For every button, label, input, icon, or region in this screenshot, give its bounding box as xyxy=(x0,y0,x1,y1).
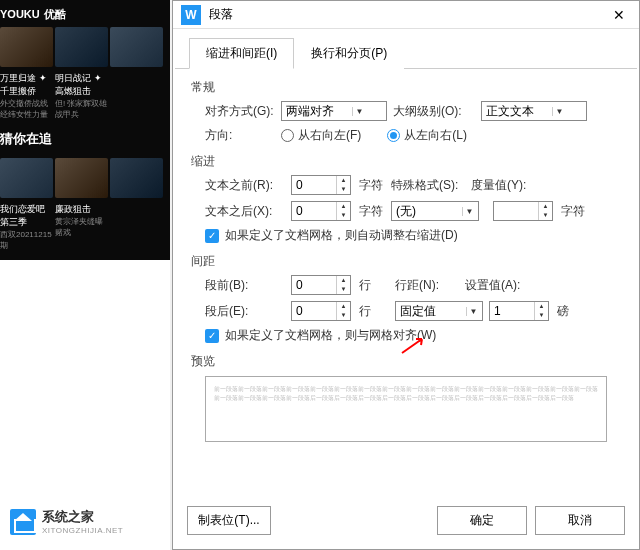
space-before-label: 段前(B): xyxy=(205,277,285,294)
spin-down-icon: ▼ xyxy=(337,185,350,194)
linespacing-combo[interactable]: ▼ xyxy=(395,301,483,321)
chevron-down-icon: ▼ xyxy=(462,207,476,216)
dialog-footer: 制表位(T)... 确定 取消 xyxy=(173,496,639,549)
video-thumb[interactable] xyxy=(55,27,108,67)
spin-up-icon: ▲ xyxy=(535,302,548,311)
group-general: 常规 xyxy=(191,73,621,98)
video-title[interactable]: 万里归途 ✦ 千里搬侨外交撤侨战线经纬女性力量 xyxy=(0,72,53,120)
measure-label: 度量值(Y): xyxy=(471,177,531,194)
app-icon: W xyxy=(181,5,201,25)
indent-before-label: 文本之前(R): xyxy=(205,177,285,194)
tab-strip: 缩进和间距(I) 换行和分页(P) xyxy=(175,29,637,69)
group-preview: 预览 xyxy=(191,347,621,372)
tabs-button[interactable]: 制表位(T)... xyxy=(187,506,271,535)
auto-indent-checkbox[interactable]: ✓ xyxy=(205,229,219,243)
indent-after-label: 文本之后(X): xyxy=(205,203,285,220)
unit-line: 行 xyxy=(357,303,373,320)
preview-text: 前一段落前一段落前一段落前一段落前一段落前一段落前一段落前一段落前一段落前一段落… xyxy=(214,385,598,403)
paragraph-dialog: W 段落 ✕ 缩进和间距(I) 换行和分页(P) 常规 对齐方式(G): ▼ 大… xyxy=(172,0,640,550)
unit-char: 字符 xyxy=(357,177,385,194)
tab-line-page-break[interactable]: 换行和分页(P) xyxy=(294,38,404,69)
video-thumb[interactable] xyxy=(110,158,163,198)
special-format-label: 特殊格式(S): xyxy=(391,177,465,194)
space-after-label: 段后(E): xyxy=(205,303,285,320)
special-format-combo[interactable]: ▼ xyxy=(391,201,479,221)
house-icon xyxy=(10,509,36,535)
titlebar: W 段落 ✕ xyxy=(173,1,639,29)
snap-grid-label: 如果定义了文档网格，则与网格对齐(W) xyxy=(225,327,436,344)
ok-button[interactable]: 确定 xyxy=(437,506,527,535)
video-thumb[interactable] xyxy=(0,158,53,198)
spin-down-icon: ▼ xyxy=(337,211,350,220)
chevron-down-icon: ▼ xyxy=(466,307,480,316)
spin-down-icon: ▼ xyxy=(539,211,552,220)
direction-ltr-radio[interactable]: 从左向右(L) xyxy=(387,127,467,144)
spin-down-icon: ▼ xyxy=(337,311,350,320)
indent-before-spinner[interactable]: ▲▼ xyxy=(291,175,351,195)
outline-level-label: 大纲级别(O): xyxy=(393,103,475,120)
video-title[interactable]: 我们恋爱吧 第三季西双20211215期 xyxy=(0,203,53,251)
unit-line: 行 xyxy=(357,277,373,294)
space-after-spinner[interactable]: ▲▼ xyxy=(291,301,351,321)
group-indent: 缩进 xyxy=(191,147,621,172)
close-button[interactable]: ✕ xyxy=(599,1,639,29)
spin-up-icon: ▲ xyxy=(337,176,350,185)
video-title[interactable]: 廉政狙击黄宗泽夹缝曝赌戏 xyxy=(55,203,108,251)
spin-up-icon: ▲ xyxy=(337,276,350,285)
video-title[interactable]: 明日战记 ✦ 高燃狙击但! 张家辉双雄战甲兵 xyxy=(55,72,108,120)
outline-level-combo[interactable]: ▼ xyxy=(481,101,587,121)
dialog-title: 段落 xyxy=(209,6,599,23)
preview-box: 前一段落前一段落前一段落前一段落前一段落前一段落前一段落前一段落前一段落前一段落… xyxy=(205,376,607,442)
indent-after-spinner[interactable]: ▲▼ xyxy=(291,201,351,221)
spin-up-icon: ▲ xyxy=(539,202,552,211)
measure-spinner[interactable]: ▲▼ xyxy=(493,201,553,221)
alignment-label: 对齐方式(G): xyxy=(205,103,275,120)
video-thumb[interactable] xyxy=(0,27,53,67)
tab-indent-spacing[interactable]: 缩进和间距(I) xyxy=(189,38,294,69)
video-thumb[interactable] xyxy=(55,158,108,198)
group-spacing: 间距 xyxy=(191,247,621,272)
setvalue-label: 设置值(A): xyxy=(465,277,525,294)
direction-label: 方向: xyxy=(205,127,275,144)
linespacing-label: 行距(N): xyxy=(395,277,459,294)
spin-down-icon: ▼ xyxy=(535,311,548,320)
background-white-area xyxy=(0,260,170,550)
spin-up-icon: ▲ xyxy=(337,302,350,311)
unit-char: 字符 xyxy=(559,203,587,220)
setvalue-spinner[interactable]: ▲▼ xyxy=(489,301,549,321)
section-header: 猜你在追 xyxy=(0,120,170,153)
chevron-down-icon: ▼ xyxy=(352,107,366,116)
youku-logo: YOUKU 优酷 xyxy=(0,0,170,22)
unit-point: 磅 xyxy=(555,303,571,320)
snap-grid-checkbox[interactable]: ✓ xyxy=(205,329,219,343)
alignment-combo[interactable]: ▼ xyxy=(281,101,387,121)
spin-down-icon: ▼ xyxy=(337,285,350,294)
watermark-brand: 系统之家 XITONGZHIJIA.NET xyxy=(10,508,123,535)
space-before-spinner[interactable]: ▲▼ xyxy=(291,275,351,295)
unit-char: 字符 xyxy=(357,203,385,220)
direction-rtl-radio[interactable]: 从右向左(F) xyxy=(281,127,361,144)
chevron-down-icon: ▼ xyxy=(552,107,566,116)
video-thumb[interactable] xyxy=(110,27,163,67)
spin-up-icon: ▲ xyxy=(337,202,350,211)
auto-indent-label: 如果定义了文档网格，则自动调整右缩进(D) xyxy=(225,227,458,244)
cancel-button[interactable]: 取消 xyxy=(535,506,625,535)
